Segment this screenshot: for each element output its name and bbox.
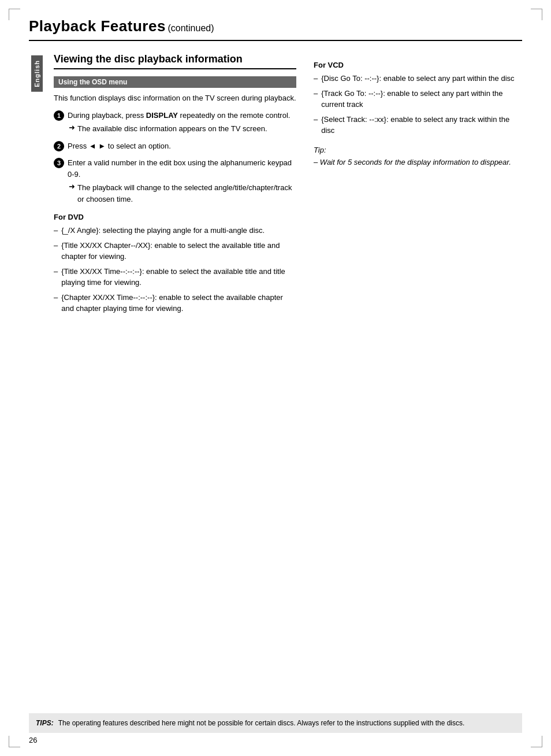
dash-4: – bbox=[54, 292, 58, 314]
left-col: Viewing the disc playback information Us… bbox=[54, 53, 296, 318]
dvd-item-4-text: {Chapter XX/XX Time--:--:--}: enable to … bbox=[61, 292, 296, 314]
vcd-item-2-text: {Track Go To: --:--}: enable to select a… bbox=[321, 88, 522, 110]
content-area: English Viewing the disc playback inform… bbox=[29, 53, 522, 318]
step-3-arrow: ➜ The playback will change to the select… bbox=[69, 182, 296, 205]
vcd-list: – {Disc Go To: --:--}: enable to select … bbox=[314, 73, 522, 136]
dvd-item-4: – {Chapter XX/XX Time--:--:--}: enable t… bbox=[54, 292, 296, 314]
corner-bl bbox=[9, 736, 20, 747]
step-2-number: 2 bbox=[54, 141, 64, 151]
step-1-text: During playback, press DISPLAY repeatedl… bbox=[68, 110, 296, 121]
dash-2: – bbox=[54, 240, 58, 262]
dvd-item-3-text: {Title XX/XX Time--:--:--}: enable to se… bbox=[61, 266, 296, 288]
vcd-dash-2: – bbox=[314, 88, 318, 110]
footer-tips-text: The operating features described here mi… bbox=[58, 718, 465, 728]
arrow-symbol-3: ➜ bbox=[69, 182, 75, 205]
dvd-item-1-text: {_/X Angle}: selecting the playing angle… bbox=[61, 225, 296, 236]
step-2-content: Press ◄ ► to select an option. bbox=[68, 140, 296, 152]
step-1-arrow: ➜ The available disc information appears… bbox=[69, 123, 296, 135]
corner-tr bbox=[531, 9, 542, 20]
dvd-item-2: – {Title XX/XX Chapter--/XX}: enable to … bbox=[54, 240, 296, 262]
step-2: 2 Press ◄ ► to select an option. bbox=[54, 140, 296, 152]
step-2-text: Press ◄ ► to select an option. bbox=[68, 140, 296, 152]
dash-1: – bbox=[54, 225, 58, 236]
osd-bar: Using the OSD menu bbox=[54, 76, 296, 88]
sidebar-label: English bbox=[31, 55, 43, 92]
sidebar: English bbox=[29, 53, 45, 318]
arrow-symbol-1: ➜ bbox=[69, 123, 75, 135]
footer-tips-label: TIPS: bbox=[36, 718, 54, 728]
section-title: Viewing the disc playback information bbox=[54, 53, 296, 69]
corner-tl bbox=[9, 9, 20, 20]
footer-tips: TIPS: The operating features described h… bbox=[29, 713, 522, 733]
step-1-arrow-text: The available disc information appears o… bbox=[77, 123, 267, 135]
vcd-item-1-text: {Disc Go To: --:--}: enable to select an… bbox=[321, 73, 522, 84]
page-container: Playback Features (continued) English Vi… bbox=[0, 0, 551, 756]
page-header: Playback Features (continued) bbox=[29, 17, 522, 41]
page-number: 26 bbox=[29, 736, 37, 744]
vcd-item-1: – {Disc Go To: --:--}: enable to select … bbox=[314, 73, 522, 84]
dvd-heading: For DVD bbox=[54, 213, 296, 221]
page-title-cont: (continued) bbox=[167, 23, 214, 33]
step-1-number: 1 bbox=[54, 110, 64, 121]
step-3-content: Enter a valid number in the edit box usi… bbox=[68, 157, 296, 205]
page-title-main: Playback Features bbox=[29, 17, 166, 35]
step-3-text: Enter a valid number in the edit box usi… bbox=[68, 157, 296, 180]
vcd-item-3: – {Select Track: --:xx}: enable to selec… bbox=[314, 114, 522, 136]
tip-section: Tip: – Wait for 5 seconds for the displa… bbox=[314, 146, 522, 168]
step-1-content: During playback, press DISPLAY repeatedl… bbox=[68, 110, 296, 135]
step-1: 1 During playback, press DISPLAY repeate… bbox=[54, 110, 296, 135]
tip-label: Tip: bbox=[314, 146, 522, 154]
main-columns: Viewing the disc playback information Us… bbox=[45, 53, 522, 318]
nav-arrows: ◄ ► bbox=[89, 142, 106, 150]
tip-text: – Wait for 5 seconds for the display inf… bbox=[314, 157, 522, 168]
vcd-dash-1: – bbox=[314, 73, 318, 84]
step-3: 3 Enter a valid number in the edit box u… bbox=[54, 157, 296, 205]
dvd-item-2-text: {Title XX/XX Chapter--/XX}: enable to se… bbox=[61, 240, 296, 262]
vcd-item-3-text: {Select Track: --:xx}: enable to select … bbox=[321, 114, 522, 136]
right-col: For VCD – {Disc Go To: --:--}: enable to… bbox=[314, 53, 522, 318]
dvd-item-3: – {Title XX/XX Time--:--:--}: enable to … bbox=[54, 266, 296, 288]
step-1-bold: DISPLAY bbox=[146, 111, 178, 120]
step-3-arrow-text: The playback will change to the selected… bbox=[77, 182, 296, 205]
vcd-heading: For VCD bbox=[314, 61, 522, 69]
step-3-number: 3 bbox=[54, 158, 64, 168]
vcd-dash-3: – bbox=[314, 114, 318, 136]
dvd-list: – {_/X Angle}: selecting the playing ang… bbox=[54, 225, 296, 314]
dash-3: – bbox=[54, 266, 58, 288]
intro-text: This function displays disc information … bbox=[54, 92, 296, 104]
vcd-item-2: – {Track Go To: --:--}: enable to select… bbox=[314, 88, 522, 110]
corner-br bbox=[531, 736, 542, 747]
dvd-item-1: – {_/X Angle}: selecting the playing ang… bbox=[54, 225, 296, 236]
